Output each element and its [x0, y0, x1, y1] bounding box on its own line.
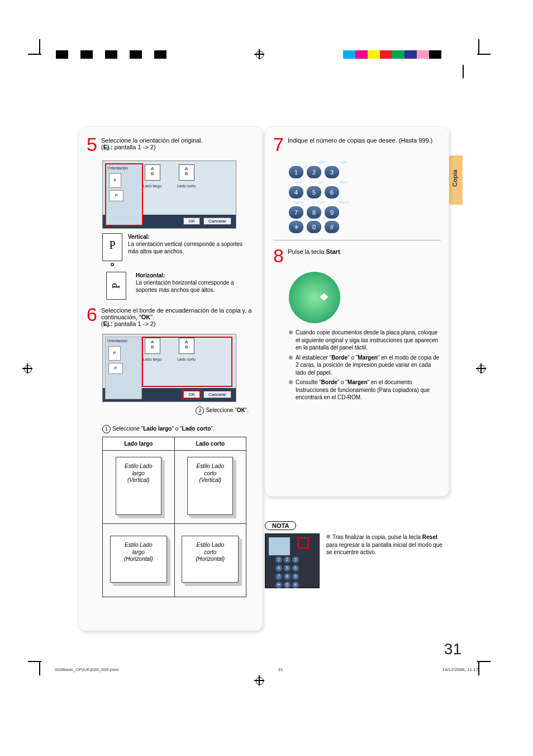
txt: Seleccione el borde de encuadernación de…: [101, 307, 251, 320]
txt: Margen: [348, 379, 368, 385]
nota-label: NOTA: [265, 521, 296, 530]
reset-bold: Reset: [422, 534, 437, 540]
edge-pane: AB Lado largo AB Lado corto: [143, 164, 232, 188]
mini-key: 6: [292, 565, 299, 571]
key-3[interactable]: 3: [325, 166, 339, 178]
cancel-button[interactable]: Cancelar: [203, 218, 231, 225]
orientation-title: Orientación: [108, 166, 140, 170]
key-hash[interactable]: #: [325, 221, 339, 233]
long-edge-icon: AB: [145, 338, 160, 354]
key-8[interactable]: 8: [307, 206, 321, 219]
mini-key: 7: [275, 573, 282, 580]
page-number: 31: [444, 640, 461, 658]
ok-button[interactable]: OK: [183, 391, 200, 398]
mini-key: 8: [284, 573, 291, 580]
mini-key: 3: [292, 556, 299, 563]
txt: " o ": [348, 355, 358, 361]
txt: Margen: [358, 355, 378, 361]
cell-short-horiz: Estilo Lado corto (Horizontal): [174, 524, 246, 597]
txt: " o ": [172, 426, 182, 432]
step-5: 5 Seleccione la orientación del original…: [87, 135, 254, 154]
short-edge-label: Lado corto: [177, 357, 196, 361]
vertical-body: La orientación vertical corresponde a so…: [128, 241, 242, 254]
key-lbl: TUV: [312, 201, 331, 204]
key-4[interactable]: 4: [289, 186, 303, 199]
stack-label: Estilo Lado corto (Horizontal): [196, 542, 225, 562]
crop-mark-icon: [39, 661, 40, 675]
button-bar: OK Cancelar: [183, 391, 231, 398]
registration-mark-icon: [254, 49, 264, 59]
cancel-button[interactable]: Cancelar: [203, 391, 231, 398]
key-lbl: GHI: [289, 181, 308, 184]
button-bar: OK Cancelar: [183, 218, 231, 225]
step-text: Indique el número de copias que desee. (…: [288, 135, 441, 154]
reset-highlight: [298, 537, 309, 549]
ej-value: pantalla 1 -> 2): [113, 320, 156, 327]
txt: para regresar a la pantalla inicial del …: [326, 542, 442, 556]
key-lbl: WXYZ: [334, 201, 354, 204]
vertical-desc: Vertical: La orientación vertical corres…: [128, 233, 254, 268]
caption-2: 2Seleccione "OK".: [87, 407, 254, 415]
registration-mark-icon: [254, 675, 264, 686]
key-lbl: ABC: [312, 160, 331, 164]
txt: Lado corto: [182, 426, 211, 432]
long-edge-option: AB Lado largo: [143, 164, 161, 188]
key-1[interactable]: 1: [289, 166, 303, 178]
mini-key: 1: [275, 556, 282, 563]
key-2[interactable]: 2: [307, 166, 321, 178]
screen-shot-1: Orientación P P AB Lado largo AB Lado co…: [102, 160, 236, 229]
cell-short-vert: Estilo Lado corto (Vertical): [174, 451, 246, 524]
bw-registration-squares: [56, 50, 166, 59]
txt: ".: [245, 407, 249, 413]
short-edge-icon: AB: [179, 164, 194, 181]
diamond-icon: [320, 293, 328, 301]
key-lbl: DEF: [334, 160, 354, 164]
mini-key: 0: [284, 582, 291, 588]
ok-button[interactable]: OK: [183, 218, 200, 225]
step-text: Seleccione la orientación del original. …: [101, 135, 254, 154]
key-star[interactable]: ✳: [289, 221, 303, 233]
color-registration-squares: [343, 50, 454, 59]
ej-label: Ej.:: [103, 320, 113, 327]
portrait-icon: P: [108, 346, 121, 361]
long-edge-option: AB Lado largo: [143, 338, 161, 361]
step-number: 8: [273, 246, 288, 265]
key-9[interactable]: 9: [325, 206, 339, 219]
start-button-icon: [289, 272, 340, 323]
start-bold: Start: [326, 248, 340, 255]
short-edge-option: AB Lado corto: [177, 338, 196, 361]
key-5[interactable]: 5: [307, 186, 321, 199]
step8-bullets: Cuando copie documentos desde la placa p…: [273, 329, 441, 401]
cell-long-horiz: Estilo Lado largo (Horizontal): [103, 524, 175, 597]
step5-body: Seleccione la orientación del original.: [101, 137, 203, 144]
txt: Seleccione ": [206, 407, 236, 413]
stack-label: Estilo Lado largo (Horizontal): [124, 542, 153, 562]
step-text: Seleccione el borde de encuadernación de…: [101, 305, 254, 327]
orientation-pane: Orientación P P: [105, 163, 143, 226]
right-column: 7 Indique el número de copias que desee.…: [265, 126, 449, 497]
landscape-page-icon: P: [106, 272, 126, 300]
crop-mark-icon: [463, 65, 464, 78]
txt: Lado largo: [143, 426, 172, 432]
key-lbl: JKL: [312, 181, 331, 184]
crop-mark-icon: [28, 54, 41, 55]
txt: Borde: [331, 355, 348, 361]
registration-mark-icon: [476, 363, 486, 374]
step-8: 8 Pulse la tecla Start.: [273, 246, 441, 265]
key-7[interactable]: 7: [289, 206, 303, 219]
txt: Pulse la tecla: [288, 248, 326, 255]
key-0[interactable]: 0: [307, 221, 321, 233]
txt: Seleccione ": [112, 426, 143, 432]
edge-pane: AB Lado largo AB Lado corto: [143, 338, 232, 361]
th-short: Lado corto: [174, 437, 246, 451]
short-edge-label: Lado corto: [177, 184, 196, 188]
txt: Tras finalizar la copia, pulse la tecla: [332, 534, 422, 540]
key-6[interactable]: 6: [325, 186, 339, 199]
step-6: 6 Seleccione el borde de encuadernación …: [87, 305, 254, 327]
separator: [273, 240, 441, 240]
binding-table: Lado largo Lado corto Estilo Lado largo …: [102, 437, 246, 597]
or-separator: o: [102, 261, 122, 268]
landscape-icon: P: [109, 190, 123, 201]
footer-metadata: 002Basic_OP(UK)020_039.pmd 31 14/12/2006…: [55, 667, 478, 672]
page: Copia 5 Seleccione la orientación del or…: [0, 0, 533, 756]
